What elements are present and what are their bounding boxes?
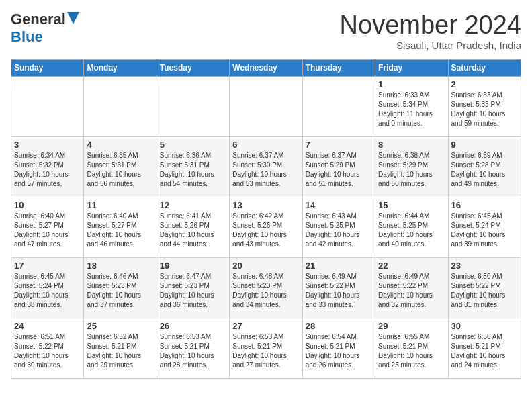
calendar-cell: 13Sunrise: 6:42 AM Sunset: 5:26 PM Dayli… xyxy=(230,197,302,258)
cell-info: Sunrise: 6:56 AM Sunset: 5:21 PM Dayligh… xyxy=(451,332,518,370)
cell-info: Sunrise: 6:37 AM Sunset: 5:29 PM Dayligh… xyxy=(306,151,372,189)
calendar-cell: 19Sunrise: 6:47 AM Sunset: 5:23 PM Dayli… xyxy=(157,258,229,318)
weekday-header: Wednesday xyxy=(230,60,302,77)
calendar-cell: 2Sunrise: 6:33 AM Sunset: 5:33 PM Daylig… xyxy=(448,77,521,137)
weekday-header: Monday xyxy=(84,60,157,77)
calendar-week-row: 10Sunrise: 6:40 AM Sunset: 5:27 PM Dayli… xyxy=(11,197,521,258)
calendar-cell: 6Sunrise: 6:37 AM Sunset: 5:30 PM Daylig… xyxy=(230,137,302,197)
calendar-cell: 9Sunrise: 6:39 AM Sunset: 5:28 PM Daylig… xyxy=(448,137,521,197)
logo-blue: Blue xyxy=(11,28,43,46)
day-number: 13 xyxy=(232,200,299,210)
cell-info: Sunrise: 6:49 AM Sunset: 5:22 PM Dayligh… xyxy=(378,272,445,310)
calendar-week-row: 1Sunrise: 6:33 AM Sunset: 5:34 PM Daylig… xyxy=(11,77,521,137)
location-subtitle: Sisauli, Uttar Pradesh, India xyxy=(340,40,521,51)
day-number: 30 xyxy=(451,321,518,331)
calendar-cell: 4Sunrise: 6:35 AM Sunset: 5:31 PM Daylig… xyxy=(84,137,157,197)
day-number: 17 xyxy=(14,261,81,271)
cell-info: Sunrise: 6:33 AM Sunset: 5:33 PM Dayligh… xyxy=(451,91,518,128)
month-title: November 2024 xyxy=(340,11,521,40)
cell-info: Sunrise: 6:37 AM Sunset: 5:30 PM Dayligh… xyxy=(232,151,299,189)
day-number: 24 xyxy=(14,321,81,331)
calendar-cell: 28Sunrise: 6:54 AM Sunset: 5:21 PM Dayli… xyxy=(302,318,375,379)
calendar-cell: 16Sunrise: 6:45 AM Sunset: 5:24 PM Dayli… xyxy=(448,197,521,258)
weekday-header: Thursday xyxy=(302,60,375,77)
cell-info: Sunrise: 6:40 AM Sunset: 5:27 PM Dayligh… xyxy=(87,212,153,249)
day-number: 7 xyxy=(306,140,372,150)
day-number: 5 xyxy=(160,140,226,150)
cell-info: Sunrise: 6:47 AM Sunset: 5:23 PM Dayligh… xyxy=(160,272,226,310)
weekday-header: Sunday xyxy=(11,60,84,77)
cell-info: Sunrise: 6:53 AM Sunset: 5:21 PM Dayligh… xyxy=(232,332,299,370)
day-number: 25 xyxy=(87,321,153,331)
cell-info: Sunrise: 6:40 AM Sunset: 5:27 PM Dayligh… xyxy=(14,212,81,249)
calendar-cell: 29Sunrise: 6:55 AM Sunset: 5:21 PM Dayli… xyxy=(375,318,448,379)
day-number: 3 xyxy=(14,140,81,150)
day-number: 14 xyxy=(306,200,372,210)
calendar-cell: 1Sunrise: 6:33 AM Sunset: 5:34 PM Daylig… xyxy=(375,77,448,137)
day-number: 6 xyxy=(232,140,299,150)
cell-info: Sunrise: 6:36 AM Sunset: 5:31 PM Dayligh… xyxy=(160,151,226,189)
day-number: 28 xyxy=(306,321,372,331)
calendar-cell: 25Sunrise: 6:52 AM Sunset: 5:21 PM Dayli… xyxy=(84,318,157,379)
calendar-cell: 5Sunrise: 6:36 AM Sunset: 5:31 PM Daylig… xyxy=(157,137,229,197)
calendar-cell: 27Sunrise: 6:53 AM Sunset: 5:21 PM Dayli… xyxy=(230,318,302,379)
day-number: 12 xyxy=(160,200,226,210)
cell-info: Sunrise: 6:50 AM Sunset: 5:22 PM Dayligh… xyxy=(451,272,518,310)
day-number: 26 xyxy=(160,321,226,331)
calendar-cell: 21Sunrise: 6:49 AM Sunset: 5:22 PM Dayli… xyxy=(302,258,375,318)
day-number: 11 xyxy=(87,200,153,210)
calendar-header-row: SundayMondayTuesdayWednesdayThursdayFrid… xyxy=(11,60,521,77)
calendar-cell: 7Sunrise: 6:37 AM Sunset: 5:29 PM Daylig… xyxy=(302,137,375,197)
calendar-cell: 8Sunrise: 6:38 AM Sunset: 5:29 PM Daylig… xyxy=(375,137,448,197)
cell-info: Sunrise: 6:38 AM Sunset: 5:29 PM Dayligh… xyxy=(378,151,445,189)
calendar-cell: 10Sunrise: 6:40 AM Sunset: 5:27 PM Dayli… xyxy=(11,197,84,258)
day-number: 19 xyxy=(160,261,226,271)
cell-info: Sunrise: 6:35 AM Sunset: 5:31 PM Dayligh… xyxy=(87,151,153,189)
calendar-week-row: 3Sunrise: 6:34 AM Sunset: 5:32 PM Daylig… xyxy=(11,137,521,197)
calendar-cell xyxy=(157,77,229,137)
weekday-header: Saturday xyxy=(448,60,521,77)
day-number: 8 xyxy=(378,140,445,150)
cell-info: Sunrise: 6:52 AM Sunset: 5:21 PM Dayligh… xyxy=(87,332,153,370)
cell-info: Sunrise: 6:54 AM Sunset: 5:21 PM Dayligh… xyxy=(306,332,372,370)
calendar-cell xyxy=(230,77,302,137)
weekday-header: Tuesday xyxy=(157,60,229,77)
day-number: 22 xyxy=(378,261,445,271)
weekday-header: Friday xyxy=(375,60,448,77)
cell-info: Sunrise: 6:51 AM Sunset: 5:22 PM Dayligh… xyxy=(14,332,81,370)
cell-info: Sunrise: 6:48 AM Sunset: 5:23 PM Dayligh… xyxy=(232,272,299,310)
calendar-cell: 24Sunrise: 6:51 AM Sunset: 5:22 PM Dayli… xyxy=(11,318,84,379)
calendar-cell: 15Sunrise: 6:44 AM Sunset: 5:25 PM Dayli… xyxy=(375,197,448,258)
calendar-week-row: 17Sunrise: 6:45 AM Sunset: 5:24 PM Dayli… xyxy=(11,258,521,318)
calendar-cell xyxy=(84,77,157,137)
calendar-cell: 18Sunrise: 6:46 AM Sunset: 5:23 PM Dayli… xyxy=(84,258,157,318)
calendar-body: 1Sunrise: 6:33 AM Sunset: 5:34 PM Daylig… xyxy=(11,77,521,379)
cell-info: Sunrise: 6:49 AM Sunset: 5:22 PM Dayligh… xyxy=(306,272,372,310)
day-number: 29 xyxy=(378,321,445,331)
calendar-cell: 17Sunrise: 6:45 AM Sunset: 5:24 PM Dayli… xyxy=(11,258,84,318)
cell-info: Sunrise: 6:33 AM Sunset: 5:34 PM Dayligh… xyxy=(378,91,445,128)
cell-info: Sunrise: 6:39 AM Sunset: 5:28 PM Dayligh… xyxy=(451,151,518,189)
calendar-cell: 23Sunrise: 6:50 AM Sunset: 5:22 PM Dayli… xyxy=(448,258,521,318)
day-number: 18 xyxy=(87,261,153,271)
cell-info: Sunrise: 6:42 AM Sunset: 5:26 PM Dayligh… xyxy=(232,212,299,249)
calendar-week-row: 24Sunrise: 6:51 AM Sunset: 5:22 PM Dayli… xyxy=(11,318,521,379)
page-header: General Blue November 2024 Sisauli, Utta… xyxy=(11,11,521,51)
day-number: 2 xyxy=(451,79,518,89)
cell-info: Sunrise: 6:55 AM Sunset: 5:21 PM Dayligh… xyxy=(378,332,445,370)
calendar-cell: 22Sunrise: 6:49 AM Sunset: 5:22 PM Dayli… xyxy=(375,258,448,318)
svg-marker-0 xyxy=(67,12,79,24)
cell-info: Sunrise: 6:41 AM Sunset: 5:26 PM Dayligh… xyxy=(160,212,226,249)
calendar-cell: 11Sunrise: 6:40 AM Sunset: 5:27 PM Dayli… xyxy=(84,197,157,258)
day-number: 1 xyxy=(378,79,445,89)
calendar-cell: 3Sunrise: 6:34 AM Sunset: 5:32 PM Daylig… xyxy=(11,137,84,197)
calendar-cell xyxy=(11,77,84,137)
logo-general: General xyxy=(11,11,66,28)
day-number: 23 xyxy=(451,261,518,271)
cell-info: Sunrise: 6:43 AM Sunset: 5:25 PM Dayligh… xyxy=(306,212,372,249)
cell-info: Sunrise: 6:45 AM Sunset: 5:24 PM Dayligh… xyxy=(451,212,518,249)
cell-info: Sunrise: 6:34 AM Sunset: 5:32 PM Dayligh… xyxy=(14,151,81,189)
cell-info: Sunrise: 6:53 AM Sunset: 5:21 PM Dayligh… xyxy=(160,332,226,370)
day-number: 15 xyxy=(378,200,445,210)
cell-info: Sunrise: 6:44 AM Sunset: 5:25 PM Dayligh… xyxy=(378,212,445,249)
